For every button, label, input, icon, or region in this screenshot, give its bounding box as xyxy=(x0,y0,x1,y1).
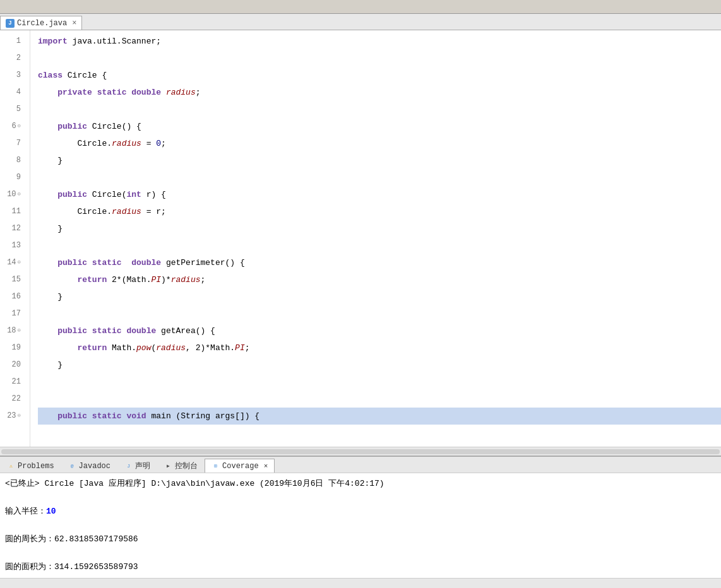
line-number: 6⊖ xyxy=(0,118,25,135)
code-line: public static double getPerimeter() { xyxy=(38,254,721,271)
code-line: } xyxy=(38,288,721,305)
token: public xyxy=(57,122,87,131)
token xyxy=(38,190,57,199)
editor-area: 123456⊖78910⊖11121314⊖15161718⊖192021222… xyxy=(0,30,721,447)
code-line xyxy=(38,391,721,408)
fold-icon[interactable]: ⊖ xyxy=(18,118,21,135)
line-number: 23⊖ xyxy=(0,408,25,425)
editor-tab[interactable]: J Circle.java × xyxy=(0,16,82,30)
token: Circle() { xyxy=(87,122,141,131)
console-output-line2: 圆的面积为：314.1592653589793 xyxy=(5,560,716,574)
scrollbar-track[interactable] xyxy=(1,449,720,454)
declaration-tab-icon: J xyxy=(124,462,133,470)
token: Circle { xyxy=(63,71,107,80)
token: double xyxy=(131,258,161,268)
token: java.util.Scanner; xyxy=(68,37,161,46)
token: static xyxy=(92,326,122,336)
code-line: public Circle(int r) { xyxy=(38,186,721,203)
fold-icon[interactable]: ⊖ xyxy=(18,254,21,271)
token xyxy=(87,258,92,268)
token: radius xyxy=(112,207,141,216)
token xyxy=(38,122,57,131)
token: Circle. xyxy=(38,139,112,148)
line-number: 4 xyxy=(0,84,25,101)
token: radius xyxy=(112,139,141,148)
code-line xyxy=(38,169,721,186)
tab-close-icon[interactable]: × xyxy=(72,19,76,28)
status-bar xyxy=(0,578,721,588)
line-number: 3 xyxy=(0,67,25,84)
line-number: 15 xyxy=(0,271,25,288)
token: r) { xyxy=(141,190,166,199)
bottom-tab-console[interactable]: ▶控制台 xyxy=(157,459,205,473)
code-line: private static double radius; xyxy=(38,84,721,101)
bottom-tab-problems[interactable]: ⚠Problems xyxy=(0,459,61,473)
bottom-tab-javadoc[interactable]: @Javadoc xyxy=(61,459,117,473)
token: ; xyxy=(196,88,201,97)
token xyxy=(38,411,57,421)
token xyxy=(92,88,97,97)
code-line xyxy=(38,50,721,67)
token: pow xyxy=(136,343,151,353)
bottom-tab-coverage[interactable]: ⊞Coverage× xyxy=(205,459,275,473)
javadoc-tab-label: Javadoc xyxy=(79,462,110,471)
token xyxy=(38,258,57,268)
token: } xyxy=(38,224,63,233)
token: } xyxy=(38,292,63,302)
line-number: 1 xyxy=(0,33,25,50)
bottom-tab-declaration[interactable]: J声明 xyxy=(117,459,157,473)
console-terminated-line: <已终止> Circle [Java 应用程序] D:\java\bin\jav… xyxy=(5,477,716,491)
token: static xyxy=(92,411,122,421)
token: return xyxy=(77,275,107,285)
code-line xyxy=(38,373,721,391)
tab-close[interactable]: × xyxy=(264,462,268,470)
line-number: 14⊖ xyxy=(0,254,25,271)
toolbar xyxy=(0,0,721,14)
fold-icon[interactable]: ⊖ xyxy=(18,186,21,203)
token: Circle( xyxy=(87,190,126,199)
line-number: 8 xyxy=(0,152,25,169)
fold-icon[interactable]: ⊖ xyxy=(18,322,21,339)
code-line: public static void main (String args[]) … xyxy=(38,408,721,425)
token: PI xyxy=(235,343,245,353)
console-input-line: 输入半径：10 xyxy=(5,505,716,519)
code-line xyxy=(38,237,721,254)
code-line: } xyxy=(38,220,721,237)
line-number: 17 xyxy=(0,305,25,322)
token: public xyxy=(57,411,87,421)
token: ; xyxy=(245,343,250,353)
token xyxy=(38,88,57,97)
token xyxy=(38,343,77,353)
code-content[interactable]: import java.util.Scanner; class Circle {… xyxy=(30,30,721,447)
javadoc-tab-icon: @ xyxy=(68,462,76,470)
fold-icon[interactable]: ⊖ xyxy=(18,408,21,425)
token xyxy=(146,411,152,421)
problems-tab-icon: ⚠ xyxy=(7,462,15,470)
token: private xyxy=(57,88,92,97)
console-tab-icon: ▶ xyxy=(164,462,172,470)
line-number: 16 xyxy=(0,288,25,305)
line-number: 12 xyxy=(0,220,25,237)
editor-scrollbar[interactable] xyxy=(0,447,721,456)
declaration-tab-label: 声明 xyxy=(135,461,150,471)
code-line: Circle.radius = r; xyxy=(38,203,721,220)
bottom-panel: ⚠Problems@JavadocJ声明▶控制台⊞Coverage× <已终止>… xyxy=(0,456,721,578)
token: public xyxy=(57,190,87,199)
token xyxy=(122,258,132,268)
token: ; xyxy=(161,139,166,148)
token xyxy=(87,326,92,336)
line-number: 9 xyxy=(0,169,25,186)
code-line: class Circle { xyxy=(38,67,721,84)
line-number: 11 xyxy=(0,203,25,220)
code-line: } xyxy=(38,356,721,373)
token: radius xyxy=(171,275,201,285)
line-number: 22 xyxy=(0,391,25,408)
token: void xyxy=(126,411,146,421)
token: radius xyxy=(166,88,196,97)
token: 2*(Math. xyxy=(107,275,151,285)
code-line: return Math.pow(radius, 2)*Math.PI; xyxy=(38,339,721,356)
token: class xyxy=(38,71,63,80)
token: int xyxy=(126,190,141,199)
token: Circle. xyxy=(38,207,112,216)
line-number: 13 xyxy=(0,237,25,254)
